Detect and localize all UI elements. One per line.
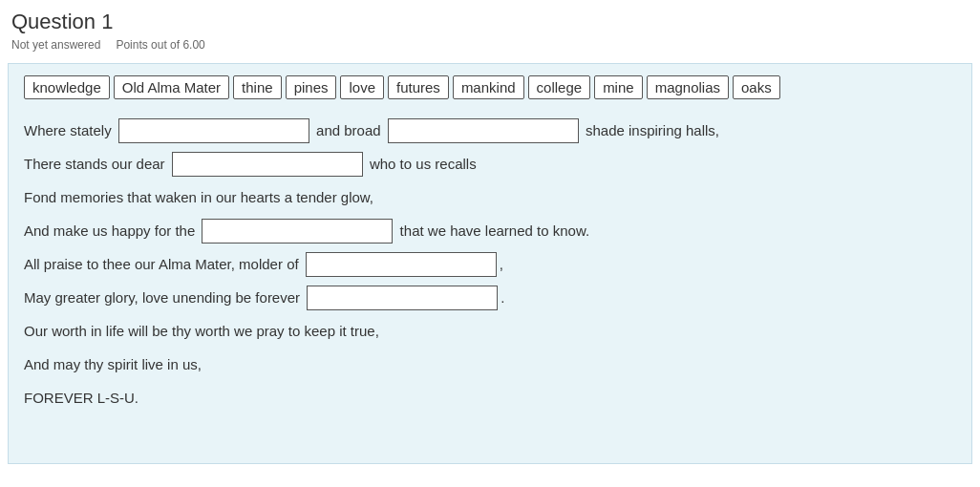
text-forever-lsu: FOREVER L-S-U. [24, 382, 138, 413]
text-all-praise: All praise to thee our Alma Mater, molde… [24, 248, 303, 280]
word-chip-oaks[interactable]: oaks [733, 75, 780, 99]
poem-line-6: May greater glory, love unending be fore… [24, 282, 956, 313]
text-that-we-learned: that we have learned to know. [395, 215, 589, 246]
word-chip-thine[interactable]: thine [233, 75, 282, 99]
text-and-broad: and broad [312, 115, 385, 146]
text-fond-memories: Fond memories that waken in our hearts a… [24, 181, 373, 213]
question-title: Question 1 [11, 10, 969, 34]
word-chip-futures[interactable]: futures [388, 75, 449, 99]
text-period: . [501, 282, 504, 313]
text-and-make: And make us happy for the [24, 215, 199, 246]
text-comma: , [500, 248, 503, 280]
word-bank: knowledge Old Alma Mater thine pines lov… [24, 75, 956, 99]
poem-line-2: There stands our dear who to us recalls [24, 148, 956, 180]
poem-line-4: And make us happy for the that we have l… [24, 215, 956, 246]
text-our-worth: Our worth in life will be thy worth we p… [24, 315, 379, 347]
poem-line-7: Our worth in life will be thy worth we p… [24, 315, 956, 347]
text-who-recalls: who to us recalls [366, 148, 477, 180]
points-label: Points out of 6.00 [116, 38, 204, 52]
text-where-stately: Where stately [24, 115, 116, 146]
blank-input-6[interactable] [307, 286, 498, 310]
poem-line-9: FOREVER L-S-U. [24, 382, 956, 413]
main-content: knowledge Old Alma Mater thine pines lov… [8, 63, 972, 464]
word-chip-mine[interactable]: mine [594, 75, 643, 99]
word-chip-love[interactable]: love [340, 75, 384, 99]
text-shade: shade inspiring halls, [582, 115, 719, 146]
blank-input-1[interactable] [118, 118, 309, 143]
word-chip-pines[interactable]: pines [286, 75, 337, 99]
poem-line-8: And may thy spirit live in us, [24, 349, 956, 380]
word-chip-mankind[interactable]: mankind [453, 75, 524, 99]
poem-line-3: Fond memories that waken in our hearts a… [24, 181, 956, 213]
word-chip-old-alma-mater[interactable]: Old Alma Mater [114, 75, 229, 99]
poem-line-5: All praise to thee our Alma Mater, molde… [24, 248, 956, 280]
text-may-greater: May greater glory, love unending be fore… [24, 282, 304, 313]
word-chip-college[interactable]: college [528, 75, 591, 99]
blank-input-4[interactable] [202, 219, 393, 244]
question-meta: Not yet answered Points out of 6.00 [11, 38, 969, 52]
text-there-stands: There stands our dear [24, 148, 169, 180]
blank-input-5[interactable] [306, 252, 497, 277]
word-chip-knowledge[interactable]: knowledge [24, 75, 110, 99]
page-header: Question 1 Not yet answered Points out o… [0, 0, 980, 63]
status-badge: Not yet answered [11, 38, 100, 52]
poem-line-1: Where stately and broad shade inspiring … [24, 115, 956, 146]
blank-input-2[interactable] [388, 118, 579, 143]
poem-lines: Where stately and broad shade inspiring … [24, 115, 956, 413]
blank-input-3[interactable] [172, 152, 363, 177]
word-chip-magnolias[interactable]: magnolias [647, 75, 729, 99]
text-and-may-spirit: And may thy spirit live in us, [24, 349, 202, 380]
